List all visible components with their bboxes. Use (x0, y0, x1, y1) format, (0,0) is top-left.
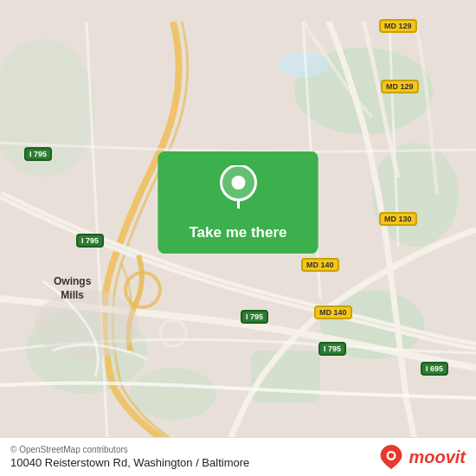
road-badge-i795-2: I 795 (76, 234, 104, 248)
road-badge-i795-3: I 795 (241, 310, 268, 324)
take-me-there-button[interactable]: Take me there (158, 151, 318, 254)
road-badge-i795-4: I 795 (318, 342, 346, 356)
pin-icon-area (158, 151, 318, 217)
road-badge-md129-2: MD 129 (381, 80, 419, 93)
place-label-owings-mills: OwingsMills (54, 275, 91, 302)
map-container: I 795 I 795 I 795 I 795 I 695 MD 129 MD … (0, 0, 476, 476)
road-badge-i795-1: I 795 (24, 147, 52, 161)
road-badge-i695: I 695 (421, 362, 448, 376)
road-badge-md140-2: MD 140 (314, 306, 352, 319)
copyright-text: © OpenStreetMap contributors (10, 445, 249, 454)
svg-point-14 (231, 176, 245, 190)
location-pin-icon (219, 165, 257, 210)
info-bar: © OpenStreetMap contributors 10040 Reist… (0, 437, 476, 476)
moovit-logo: moovit (379, 445, 466, 469)
svg-point-6 (130, 368, 216, 420)
moovit-pin-icon (379, 445, 403, 469)
svg-point-8 (277, 52, 329, 78)
road-badge-md129-1: MD 129 (379, 19, 417, 33)
take-me-there-label: Take me there (158, 217, 318, 254)
address-text: 10040 Reisterstown Rd, Washington / Balt… (10, 456, 249, 469)
road-badge-md130: MD 130 (379, 212, 417, 226)
road-badge-md140-1: MD 140 (301, 258, 339, 272)
address-section: © OpenStreetMap contributors 10040 Reist… (10, 445, 249, 469)
moovit-text: moovit (408, 447, 466, 467)
svg-point-16 (389, 453, 394, 458)
